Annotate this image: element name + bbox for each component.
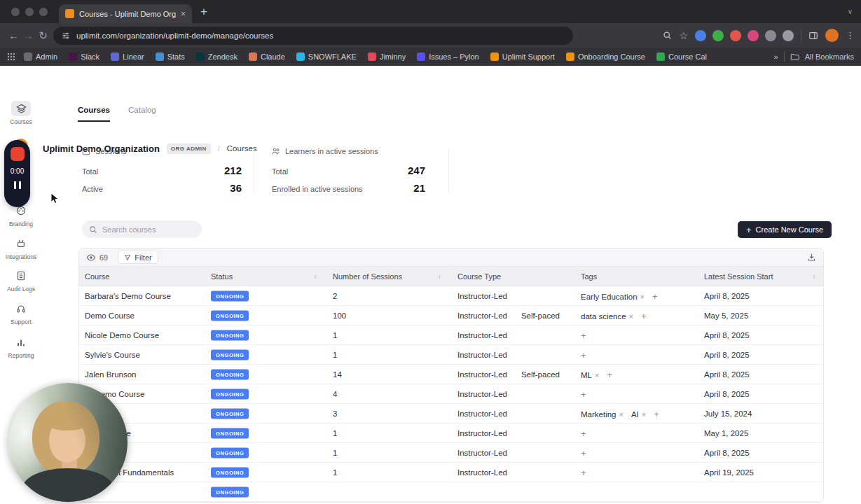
- apps-grid-icon[interactable]: [7, 52, 15, 61]
- table-row[interactable]: Jalen BrunsonONGOING14Instructor-LedSelf…: [79, 365, 823, 384]
- table-row[interactable]: Barbara's Demo CourseONGOING2Instructor-…: [79, 286, 823, 306]
- remove-tag-button[interactable]: ×: [595, 370, 599, 379]
- address-bar[interactable]: uplimit.com/organization/uplimit-demo/ma…: [53, 27, 573, 45]
- visible-rows-control[interactable]: 69: [86, 253, 108, 262]
- site-info-icon[interactable]: [62, 31, 70, 40]
- status-badge: ONGOING: [211, 330, 249, 340]
- back-icon[interactable]: ←: [6, 29, 21, 41]
- webcam-overlay[interactable]: [8, 383, 128, 502]
- bookmark-item[interactable]: Jiminny: [368, 52, 406, 61]
- column-header-status[interactable]: Status: [211, 272, 233, 281]
- sidebar-item-courses[interactable]: Courses: [0, 101, 42, 125]
- remove-tag-button[interactable]: ×: [640, 292, 645, 300]
- profile-avatar[interactable]: [825, 29, 839, 42]
- table-row[interactable]: to AIONGOING3Instructor-LedMarketing×AI×…: [79, 404, 823, 424]
- add-tag-button[interactable]: +: [581, 467, 586, 477]
- reload-icon[interactable]: ↻: [36, 29, 50, 42]
- column-header-sessions[interactable]: Number of Sessions: [333, 272, 402, 281]
- table-row[interactable]: Sylvie's CourseONGOING1Instructor-Led+Ap…: [79, 345, 823, 365]
- search-courses-box[interactable]: [82, 220, 202, 238]
- extension-puzzle-icon[interactable]: [783, 30, 794, 41]
- pause-recording-button[interactable]: [14, 181, 21, 189]
- sidebar-item-integrations[interactable]: Integrations: [0, 236, 42, 260]
- table-row[interactable]: ONGOING: [79, 482, 823, 502]
- bookmark-item[interactable]: Slack: [69, 52, 99, 61]
- bookmark-item[interactable]: Uplimit Support: [490, 52, 555, 61]
- learners-stats: Learners in active sessions Total 247 En…: [272, 147, 425, 194]
- bookmark-item[interactable]: Course Cal: [656, 52, 707, 61]
- extension-pink-icon[interactable]: [748, 30, 759, 41]
- tab-catalog[interactable]: Catalog: [128, 106, 156, 122]
- add-tag-button[interactable]: +: [581, 330, 586, 340]
- bookmark-item[interactable]: Claude: [249, 52, 285, 61]
- sidebar-item-support[interactable]: Support: [0, 301, 42, 326]
- add-tag-button[interactable]: +: [654, 408, 659, 419]
- filter-button[interactable]: Filter: [118, 251, 158, 264]
- extension-red-icon[interactable]: [730, 30, 741, 41]
- table-row[interactable]: nagement FundamentalsONGOING1Instructor-…: [79, 463, 823, 482]
- zoom-window-button[interactable]: [39, 8, 48, 16]
- course-type-label: Instructor-Led: [457, 429, 507, 438]
- new-tab-button[interactable]: +: [200, 6, 207, 18]
- table-row[interactable]: Nicole Demo CourseONGOING1Instructor-Led…: [79, 326, 823, 345]
- stop-recording-button[interactable]: [11, 147, 25, 161]
- sidebar-item-audit-logs[interactable]: Audit Logs: [0, 268, 42, 293]
- bookmark-item[interactable]: Linear: [111, 52, 144, 61]
- sidebar-item-branding[interactable]: Branding: [0, 203, 42, 227]
- column-header-tags[interactable]: Tags: [581, 272, 597, 281]
- remove-tag-button[interactable]: ×: [642, 410, 646, 418]
- add-tag-button[interactable]: +: [652, 290, 658, 301]
- bookmark-favicon: [249, 52, 257, 61]
- close-window-button[interactable]: [11, 8, 20, 16]
- browser-tab[interactable]: Courses - Uplimit Demo Orga ×: [59, 4, 192, 23]
- extension-gray-icon[interactable]: [765, 30, 776, 41]
- column-header-course-type[interactable]: Course Type: [457, 272, 501, 281]
- download-icon[interactable]: [807, 253, 816, 262]
- sidebar-item-reporting[interactable]: Reporting: [0, 335, 42, 359]
- bookmark-item[interactable]: Onboarding Course: [566, 52, 645, 61]
- add-tag-button[interactable]: +: [641, 310, 647, 321]
- chevron-down-icon[interactable]: ∨: [848, 8, 853, 15]
- add-tag-button[interactable]: +: [581, 388, 586, 399]
- recording-widget[interactable]: 0:00: [4, 140, 30, 207]
- table-row[interactable]: Demo CourseONGOING100Instructor-LedSelf-…: [79, 306, 823, 326]
- bookmarks-overflow-chevron[interactable]: »: [774, 52, 778, 61]
- bookmark-favicon: [368, 52, 376, 61]
- sort-icon[interactable]: ↕: [314, 273, 317, 279]
- remove-tag-button[interactable]: ×: [619, 410, 624, 418]
- browser-menu-icon[interactable]: ⋮: [846, 30, 855, 41]
- tab-courses[interactable]: Courses: [78, 106, 110, 122]
- table-row[interactable]: ment CourseONGOING1Instructor-Led+May 1,…: [79, 424, 823, 443]
- remove-tag-button[interactable]: ×: [629, 312, 633, 320]
- column-header-course[interactable]: Course: [85, 272, 109, 281]
- bookmark-item[interactable]: Stats: [156, 52, 185, 61]
- add-tag-button[interactable]: +: [581, 428, 586, 438]
- bookmark-star-icon[interactable]: ☆: [679, 30, 688, 41]
- sort-icon[interactable]: ↕: [438, 273, 441, 279]
- table-row[interactable]: ONGOING1Instructor-Led+April 8, 2025: [79, 443, 823, 463]
- session-start-date: April 8, 2025: [704, 351, 750, 359]
- search-input[interactable]: [102, 225, 186, 234]
- bookmark-item[interactable]: Issues – Pylon: [417, 52, 479, 61]
- sort-icon[interactable]: ↕: [813, 273, 815, 279]
- column-header-latest-session[interactable]: Latest Session Start: [704, 272, 773, 281]
- add-tag-button[interactable]: +: [581, 447, 586, 458]
- bookmark-item[interactable]: SNOWFLAKE: [296, 52, 357, 61]
- sessions-count: 1: [333, 351, 337, 359]
- extension-green-icon[interactable]: [712, 30, 724, 41]
- extension-blue-icon[interactable]: [695, 30, 706, 41]
- search-icon[interactable]: [663, 31, 672, 40]
- minimize-window-button[interactable]: [25, 8, 34, 16]
- tag-label: Marketing: [581, 410, 617, 418]
- side-panel-icon[interactable]: [808, 31, 818, 41]
- bookmark-item[interactable]: Zendesk: [196, 52, 237, 61]
- close-tab-icon[interactable]: ×: [181, 9, 186, 19]
- bookmark-item[interactable]: Admin: [24, 52, 57, 61]
- create-new-course-button[interactable]: + Create New Course: [738, 221, 832, 238]
- table-row[interactable]: t's Demo CourseONGOING4Instructor-Led+Ap…: [79, 384, 823, 404]
- add-tag-button[interactable]: +: [581, 349, 586, 360]
- all-bookmarks-label[interactable]: All Bookmarks: [805, 52, 854, 61]
- add-tag-button[interactable]: +: [607, 369, 612, 379]
- forward-icon[interactable]: →: [21, 29, 36, 41]
- course-type-label: Instructor-Led: [457, 292, 507, 300]
